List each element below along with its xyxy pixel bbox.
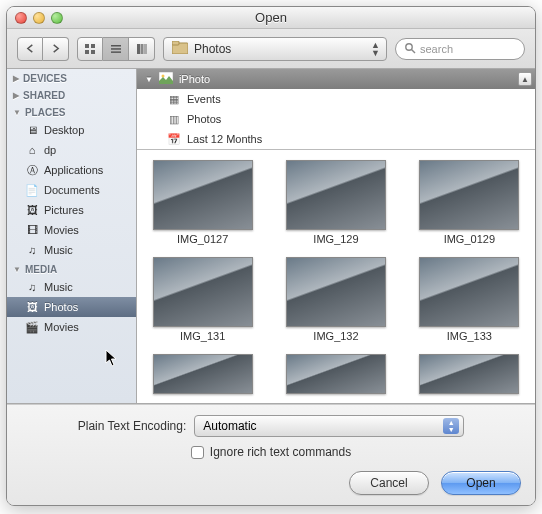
source-header-iphoto[interactable]: ▼ iPhoto (137, 69, 535, 89)
thumbnail-item[interactable]: IMG_0127 (145, 160, 260, 245)
sidebar-item-media-photos[interactable]: 🖼Photos (7, 297, 136, 317)
svg-rect-3 (91, 50, 95, 54)
thumbnail-image (153, 354, 253, 394)
music-icon: ♫ (25, 243, 39, 257)
thumbnail-item[interactable] (145, 354, 260, 394)
photos-icon: ▥ (167, 112, 181, 126)
svg-rect-9 (144, 44, 147, 54)
sidebar-item-movies[interactable]: 🎞Movies (7, 220, 136, 240)
sidebar-item-applications[interactable]: ⒶApplications (7, 160, 136, 180)
thumbnail-image (286, 160, 386, 230)
thumbnail-image (286, 257, 386, 327)
disclosure-triangle-icon: ▶ (13, 74, 19, 83)
titlebar: Open (7, 7, 535, 29)
open-dialog-window: Open Photos ▲▼ (6, 6, 536, 506)
sidebar-item-home[interactable]: ⌂dp (7, 140, 136, 160)
back-button[interactable] (17, 37, 43, 61)
search-icon (404, 42, 416, 56)
popup-arrows-icon: ▲▼ (443, 418, 459, 434)
svg-rect-2 (85, 50, 89, 54)
toolbar: Photos ▲▼ search (7, 29, 535, 69)
svg-rect-11 (172, 41, 179, 45)
svg-point-12 (406, 43, 412, 49)
cancel-button[interactable]: Cancel (349, 471, 429, 495)
sidebar-section-devices[interactable]: ▶ DEVICES (7, 69, 136, 86)
photos-icon: 🖼 (25, 300, 39, 314)
encoding-popup[interactable]: Automatic ▲▼ (194, 415, 464, 437)
disclosure-triangle-icon: ▶ (13, 91, 19, 100)
disclosure-triangle-icon: ▼ (145, 75, 153, 84)
source-row-events[interactable]: ▦Events (137, 89, 535, 109)
window-title: Open (7, 10, 535, 25)
sidebar-item-pictures[interactable]: 🖼Pictures (7, 200, 136, 220)
thumbnail-item[interactable] (278, 354, 393, 394)
thumbnail-item[interactable]: IMG_129 (278, 160, 393, 245)
scroll-up-button[interactable]: ▲ (518, 72, 532, 86)
movies-icon: 🎬 (25, 320, 39, 334)
svg-rect-6 (111, 51, 121, 53)
encoding-row: Plain Text Encoding: Automatic ▲▼ (21, 415, 521, 437)
source-list: ▼ iPhoto ▦Events ▥Photos 📅Last 12 Months… (137, 69, 535, 150)
movies-icon: 🎞 (25, 223, 39, 237)
path-label: Photos (194, 42, 231, 56)
thumbnail-item[interactable]: IMG_0129 (412, 160, 527, 245)
icon-view-button[interactable] (77, 37, 103, 61)
list-view-button[interactable] (103, 37, 129, 61)
thumbnail-image (286, 354, 386, 394)
sidebar-item-desktop[interactable]: 🖥Desktop (7, 120, 136, 140)
svg-rect-7 (137, 44, 140, 54)
documents-icon: 📄 (25, 183, 39, 197)
popup-arrows-icon: ▲▼ (371, 41, 380, 57)
view-mode-segment (77, 37, 155, 61)
svg-rect-5 (111, 48, 121, 50)
path-popup[interactable]: Photos ▲▼ (163, 37, 387, 61)
sidebar-item-documents[interactable]: 📄Documents (7, 180, 136, 200)
svg-line-13 (412, 49, 416, 53)
events-icon: ▦ (167, 92, 181, 106)
thumbnail-item[interactable]: IMG_132 (278, 257, 393, 342)
applications-icon: Ⓐ (25, 163, 39, 177)
sidebar-section-places[interactable]: ▼ PLACES (7, 103, 136, 120)
dialog-buttons: Cancel Open (21, 467, 521, 495)
search-placeholder: search (420, 43, 453, 55)
forward-button[interactable] (43, 37, 69, 61)
thumbnail-image (153, 257, 253, 327)
folder-icon (172, 41, 188, 57)
sidebar-item-media-music[interactable]: ♫Music (7, 277, 136, 297)
back-forward-segment (17, 37, 69, 61)
open-button[interactable]: Open (441, 471, 521, 495)
home-icon: ⌂ (25, 143, 39, 157)
svg-rect-1 (91, 44, 95, 48)
iphoto-icon (159, 72, 173, 86)
pictures-icon: 🖼 (25, 203, 39, 217)
thumbnail-image (419, 257, 519, 327)
source-row-photos[interactable]: ▥Photos (137, 109, 535, 129)
encoding-label: Plain Text Encoding: (78, 419, 187, 433)
thumbnail-item[interactable] (412, 354, 527, 394)
calendar-icon: 📅 (167, 132, 181, 146)
sidebar: ▶ DEVICES ▶ SHARED ▼ PLACES 🖥Desktop ⌂dp… (7, 69, 137, 403)
content-pane: ▼ iPhoto ▦Events ▥Photos 📅Last 12 Months… (137, 69, 535, 403)
ignore-rich-text-checkbox[interactable] (191, 446, 204, 459)
search-field[interactable]: search (395, 38, 525, 60)
thumbnail-item[interactable]: IMG_131 (145, 257, 260, 342)
disclosure-triangle-icon: ▼ (13, 265, 21, 274)
desktop-icon: 🖥 (25, 123, 39, 137)
source-row-last12months[interactable]: 📅Last 12 Months (137, 129, 535, 149)
column-view-button[interactable] (129, 37, 155, 61)
svg-rect-0 (85, 44, 89, 48)
sidebar-item-media-movies[interactable]: 🎬Movies (7, 317, 136, 337)
main-split: ▶ DEVICES ▶ SHARED ▼ PLACES 🖥Desktop ⌂dp… (7, 69, 535, 404)
thumbnail-item[interactable]: IMG_133 (412, 257, 527, 342)
disclosure-triangle-icon: ▼ (13, 108, 21, 117)
ignore-rich-text-row: Ignore rich text commands (21, 445, 521, 459)
sidebar-section-shared[interactable]: ▶ SHARED (7, 86, 136, 103)
sidebar-section-media[interactable]: ▼ MEDIA (7, 260, 136, 277)
thumbnail-browser: IMG_0127 IMG_129 IMG_0129 IMG_131 IMG_13… (137, 150, 535, 403)
options-panel: Plain Text Encoding: Automatic ▲▼ Ignore… (7, 404, 535, 505)
svg-rect-8 (140, 44, 143, 54)
svg-rect-4 (111, 45, 121, 47)
sidebar-item-music[interactable]: ♫Music (7, 240, 136, 260)
music-icon: ♫ (25, 280, 39, 294)
ignore-rich-text-label: Ignore rich text commands (210, 445, 351, 459)
